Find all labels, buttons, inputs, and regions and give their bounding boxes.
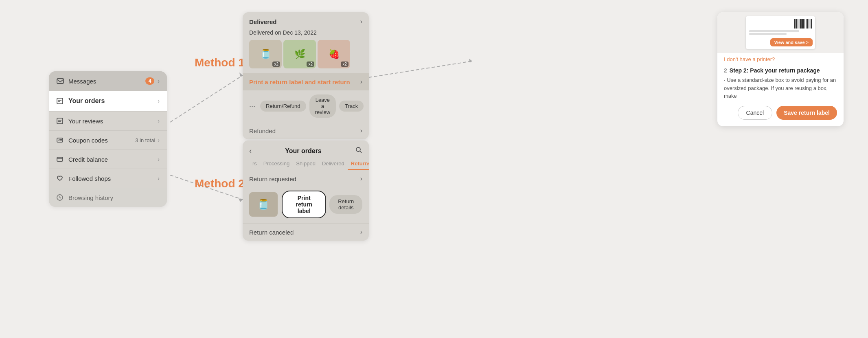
step2-title: 2 Step 2: Pack your return package — [724, 67, 837, 74]
barcode-line — [799, 19, 799, 29]
tab-processing[interactable]: Processing — [260, 158, 293, 170]
refunded-row[interactable]: Refunded › — [243, 122, 369, 139]
barcode — [749, 19, 812, 29]
orders-chevron-icon: › — [158, 98, 160, 104]
svg-line-0 — [170, 75, 243, 122]
order-date: Delivered on Dec 13, 2022 — [243, 29, 369, 40]
label-line — [749, 33, 787, 35]
sidebar-your-orders-label: Your orders — [68, 97, 158, 105]
return-requested-row[interactable]: Return requested › — [243, 170, 369, 187]
coupon-icon — [56, 136, 64, 144]
sidebar-item-credit-balance[interactable]: Credit balance › — [49, 149, 167, 169]
sidebar-item-your-reviews[interactable]: Your reviews › — [49, 111, 167, 130]
order-actions: ··· Return/Refund Leave a review Track — [243, 90, 369, 122]
return-label-text: Print a return label and start return — [249, 79, 350, 86]
label-paper: View and save > — [746, 16, 815, 49]
svg-rect-7 — [57, 98, 63, 104]
barcode-line — [794, 19, 795, 29]
messages-chevron-icon: › — [158, 78, 160, 84]
svg-marker-3 — [469, 59, 472, 63]
step2-number: 2 — [724, 67, 727, 74]
method1-label: Method 1 — [195, 56, 245, 69]
credit-chevron-icon: › — [158, 156, 160, 162]
return-requested-chevron-icon: › — [360, 175, 362, 182]
step2-description: · Use a standard-size box to avoid payin… — [724, 76, 837, 100]
followed-chevron-icon: › — [158, 175, 160, 182]
more-dots-icon[interactable]: ··· — [249, 102, 255, 110]
sidebar-item-your-orders[interactable]: Your orders › — [49, 91, 167, 111]
barcode-line — [798, 19, 798, 29]
return-canceled-chevron-icon: › — [360, 228, 362, 236]
sidebar-credit-balance-label: Credit balance — [68, 156, 158, 163]
return-canceled-row[interactable]: Return canceled › — [243, 223, 369, 241]
orders-tabs: rs Processing Shipped Delivered Returns — [243, 158, 369, 170]
return-item-actions: Print return label Return details — [282, 191, 362, 218]
svg-point-14 — [58, 140, 59, 140]
step2-title-text: Step 2: Pack your return package — [730, 67, 820, 74]
messages-icon — [56, 77, 64, 85]
view-save-button[interactable]: View and save > — [770, 38, 813, 46]
sidebar-your-reviews-label: Your reviews — [68, 118, 158, 125]
return-label-row[interactable]: Print a return label and start return › — [243, 73, 369, 90]
orders-icon — [56, 97, 64, 105]
order-card-bottom: ‹ Your orders rs Processing Shipped Deli… — [243, 140, 369, 241]
tab-delivered[interactable]: Delivered — [319, 158, 348, 170]
no-printer-link[interactable]: I don't have a printer? — [717, 53, 844, 67]
product-image-2: 🌿 x2 — [283, 40, 316, 68]
barcode-line — [796, 19, 797, 29]
barcode-line — [800, 19, 801, 29]
refunded-label: Refunded — [249, 127, 276, 134]
svg-point-20 — [356, 147, 360, 151]
return-refund-button[interactable]: Return/Refund — [260, 101, 306, 112]
track-button[interactable]: Track — [339, 101, 364, 112]
barcode-line — [807, 19, 808, 29]
svg-marker-5 — [239, 198, 243, 202]
product-image-1: 🫙 x2 — [249, 40, 282, 68]
refunded-chevron-icon: › — [360, 127, 362, 134]
print-label-panel: View and save > I don't have a printer? … — [717, 12, 844, 126]
barcode-line — [809, 19, 809, 29]
tab-returns[interactable]: Returns — [348, 158, 369, 170]
print-return-label-button[interactable]: Print return label — [282, 191, 326, 218]
sidebar-browsing-history-label: Browsing history — [68, 194, 160, 201]
order-chevron-icon: › — [360, 18, 362, 25]
reviews-chevron-icon: › — [158, 118, 160, 124]
label-preview-area: View and save > — [717, 12, 844, 53]
return-canceled-text: Return canceled — [249, 229, 294, 236]
return-details-button[interactable]: Return details — [329, 195, 362, 214]
order-status-row[interactable]: Delivered › — [243, 12, 369, 29]
barcode-line — [811, 19, 812, 29]
barcode-line — [802, 19, 803, 29]
label-line — [749, 30, 799, 32]
save-return-label-button[interactable]: Save return label — [776, 106, 837, 120]
leave-review-button[interactable]: Leave a review — [309, 94, 336, 118]
back-icon[interactable]: ‹ — [249, 147, 252, 155]
product-image-3: 🍓 x2 — [318, 40, 350, 68]
sidebar-item-browsing-history[interactable]: Browsing history — [49, 188, 167, 207]
coupon-badge: 3 in total — [135, 137, 155, 143]
svg-line-21 — [360, 151, 362, 153]
barcode-line — [801, 19, 802, 29]
heart-icon — [56, 175, 64, 182]
return-item-image: 🫙 — [249, 192, 278, 217]
svg-line-2 — [369, 61, 472, 77]
sidebar-item-messages[interactable]: Messages 4 › — [49, 71, 167, 91]
reviews-icon — [56, 117, 64, 125]
barcode-line — [803, 19, 804, 29]
tab-orders[interactable]: rs — [249, 158, 260, 170]
tab-shipped[interactable]: Shipped — [293, 158, 319, 170]
svg-rect-6 — [57, 79, 64, 83]
step2-actions: Cancel Save return label — [724, 106, 837, 120]
sidebar-item-coupon-codes[interactable]: Coupon codes 3 in total › — [49, 130, 167, 149]
sidebar-item-followed-shops[interactable]: Followed shops › — [49, 169, 167, 188]
search-icon[interactable] — [355, 146, 362, 156]
coupon-chevron-icon: › — [158, 137, 160, 143]
return-item-row: 🫙 Print return label Return details — [243, 187, 369, 223]
method2-label: Method 2 — [195, 177, 245, 190]
cancel-button[interactable]: Cancel — [738, 106, 773, 120]
sidebar-followed-shops-label: Followed shops — [68, 175, 158, 182]
sidebar-coupon-codes-label: Coupon codes — [68, 137, 135, 144]
sidebar-messages-label: Messages — [68, 78, 145, 85]
step2-section: 2 Step 2: Pack your return package · Use… — [717, 67, 844, 120]
svg-rect-10 — [57, 118, 63, 124]
